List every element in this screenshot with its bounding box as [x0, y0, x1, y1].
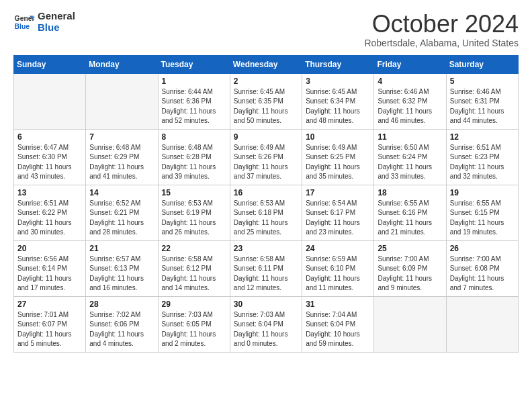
calendar-week-2: 6Sunrise: 6:47 AM Sunset: 6:30 PM Daylig… — [14, 129, 519, 185]
day-info: Sunrise: 6:53 AM Sunset: 6:18 PM Dayligh… — [234, 199, 298, 238]
calendar-cell: 16Sunrise: 6:53 AM Sunset: 6:18 PM Dayli… — [230, 185, 302, 240]
day-info: Sunrise: 6:45 AM Sunset: 6:34 PM Dayligh… — [306, 87, 370, 126]
day-info: Sunrise: 6:58 AM Sunset: 6:11 PM Dayligh… — [234, 255, 298, 293]
calendar-cell — [86, 73, 158, 129]
calendar-cell: 18Sunrise: 6:55 AM Sunset: 6:16 PM Dayli… — [374, 185, 446, 240]
day-number: 21 — [89, 244, 154, 253]
day-number: 27 — [17, 300, 82, 309]
calendar-cell — [14, 73, 86, 129]
calendar-cell: 24Sunrise: 6:59 AM Sunset: 6:10 PM Dayli… — [302, 240, 374, 296]
calendar-cell: 12Sunrise: 6:51 AM Sunset: 6:23 PM Dayli… — [446, 129, 518, 185]
day-number: 25 — [378, 244, 442, 253]
day-info: Sunrise: 6:57 AM Sunset: 6:13 PM Dayligh… — [89, 255, 154, 293]
day-info: Sunrise: 6:49 AM Sunset: 6:26 PM Dayligh… — [234, 143, 298, 182]
day-info: Sunrise: 6:47 AM Sunset: 6:30 PM Dayligh… — [17, 143, 82, 182]
calendar-cell: 11Sunrise: 6:50 AM Sunset: 6:24 PM Dayli… — [374, 129, 446, 185]
calendar-cell: 15Sunrise: 6:53 AM Sunset: 6:19 PM Dayli… — [158, 185, 230, 240]
location-title: Robertsdale, Alabama, United States — [364, 38, 519, 48]
logo-icon: General Blue — [13, 11, 35, 33]
calendar-week-1: 1Sunrise: 6:44 AM Sunset: 6:36 PM Daylig… — [14, 73, 519, 129]
calendar-cell: 1Sunrise: 6:44 AM Sunset: 6:36 PM Daylig… — [158, 73, 230, 129]
day-number: 17 — [306, 188, 370, 197]
weekday-header-sunday: Sunday — [14, 55, 86, 73]
day-info: Sunrise: 7:00 AM Sunset: 6:09 PM Dayligh… — [378, 255, 442, 293]
logo: General Blue General Blue — [13, 11, 75, 33]
day-number: 24 — [306, 244, 370, 253]
weekday-header-tuesday: Tuesday — [158, 55, 230, 73]
calendar-body: 1Sunrise: 6:44 AM Sunset: 6:36 PM Daylig… — [14, 73, 519, 352]
day-info: Sunrise: 6:54 AM Sunset: 6:17 PM Dayligh… — [306, 199, 370, 238]
day-info: Sunrise: 6:50 AM Sunset: 6:24 PM Dayligh… — [378, 143, 442, 182]
calendar-cell: 19Sunrise: 6:55 AM Sunset: 6:15 PM Dayli… — [446, 185, 518, 240]
calendar-cell — [374, 296, 446, 352]
day-number: 6 — [17, 132, 82, 142]
day-number: 9 — [234, 132, 298, 142]
day-number: 26 — [450, 244, 515, 253]
day-info: Sunrise: 6:44 AM Sunset: 6:36 PM Dayligh… — [162, 87, 226, 126]
calendar-cell: 5Sunrise: 6:46 AM Sunset: 6:31 PM Daylig… — [446, 73, 518, 129]
day-info: Sunrise: 7:03 AM Sunset: 6:05 PM Dayligh… — [162, 310, 226, 349]
day-info: Sunrise: 7:03 AM Sunset: 6:04 PM Dayligh… — [234, 310, 298, 349]
day-info: Sunrise: 6:46 AM Sunset: 6:32 PM Dayligh… — [378, 87, 442, 126]
calendar-week-4: 20Sunrise: 6:56 AM Sunset: 6:14 PM Dayli… — [14, 240, 519, 296]
day-number: 1 — [162, 77, 226, 86]
calendar-cell: 28Sunrise: 7:02 AM Sunset: 6:06 PM Dayli… — [86, 296, 158, 352]
day-number: 15 — [162, 188, 226, 197]
calendar-cell: 14Sunrise: 6:52 AM Sunset: 6:21 PM Dayli… — [86, 185, 158, 240]
day-info: Sunrise: 6:55 AM Sunset: 6:15 PM Dayligh… — [450, 199, 515, 238]
calendar-week-3: 13Sunrise: 6:51 AM Sunset: 6:22 PM Dayli… — [14, 185, 519, 240]
calendar-cell: 3Sunrise: 6:45 AM Sunset: 6:34 PM Daylig… — [302, 73, 374, 129]
calendar-cell: 13Sunrise: 6:51 AM Sunset: 6:22 PM Dayli… — [14, 185, 86, 240]
calendar-cell: 6Sunrise: 6:47 AM Sunset: 6:30 PM Daylig… — [14, 129, 86, 185]
calendar-cell — [446, 296, 518, 352]
day-number: 4 — [378, 77, 442, 86]
calendar-cell: 4Sunrise: 6:46 AM Sunset: 6:32 PM Daylig… — [374, 73, 446, 129]
day-info: Sunrise: 6:56 AM Sunset: 6:14 PM Dayligh… — [17, 255, 82, 293]
day-info: Sunrise: 7:04 AM Sunset: 6:04 PM Dayligh… — [306, 310, 370, 349]
month-title: October 2024 — [364, 11, 519, 38]
day-number: 12 — [450, 132, 515, 142]
day-number: 14 — [89, 188, 154, 197]
day-info: Sunrise: 6:45 AM Sunset: 6:35 PM Dayligh… — [234, 87, 298, 126]
calendar-cell: 8Sunrise: 6:48 AM Sunset: 6:28 PM Daylig… — [158, 129, 230, 185]
svg-text:Blue: Blue — [15, 22, 30, 30]
weekday-header-saturday: Saturday — [446, 55, 518, 73]
day-number: 3 — [306, 77, 370, 86]
calendar-cell: 9Sunrise: 6:49 AM Sunset: 6:26 PM Daylig… — [230, 129, 302, 185]
day-number: 2 — [234, 77, 298, 86]
calendar-cell: 21Sunrise: 6:57 AM Sunset: 6:13 PM Dayli… — [86, 240, 158, 296]
weekday-header-friday: Friday — [374, 55, 446, 73]
day-number: 11 — [378, 132, 442, 142]
weekday-header-thursday: Thursday — [302, 55, 374, 73]
day-number: 20 — [17, 244, 82, 253]
calendar-cell: 31Sunrise: 7:04 AM Sunset: 6:04 PM Dayli… — [302, 296, 374, 352]
calendar-cell: 30Sunrise: 7:03 AM Sunset: 6:04 PM Dayli… — [230, 296, 302, 352]
day-number: 19 — [450, 188, 515, 197]
weekday-header-wednesday: Wednesday — [230, 55, 302, 73]
day-number: 23 — [234, 244, 298, 253]
day-number: 8 — [162, 132, 226, 142]
day-info: Sunrise: 6:46 AM Sunset: 6:31 PM Dayligh… — [450, 87, 515, 126]
header: General Blue General Blue October 2024 R… — [13, 11, 519, 48]
calendar-header-row: SundayMondayTuesdayWednesdayThursdayFrid… — [14, 55, 519, 73]
day-info: Sunrise: 6:58 AM Sunset: 6:12 PM Dayligh… — [162, 255, 226, 293]
day-info: Sunrise: 6:59 AM Sunset: 6:10 PM Dayligh… — [306, 255, 370, 293]
day-info: Sunrise: 6:52 AM Sunset: 6:21 PM Dayligh… — [89, 199, 154, 238]
calendar-cell: 29Sunrise: 7:03 AM Sunset: 6:05 PM Dayli… — [158, 296, 230, 352]
day-number: 28 — [89, 300, 154, 309]
day-number: 18 — [378, 188, 442, 197]
weekday-header-monday: Monday — [86, 55, 158, 73]
calendar-cell: 27Sunrise: 7:01 AM Sunset: 6:07 PM Dayli… — [14, 296, 86, 352]
day-number: 30 — [234, 300, 298, 309]
day-number: 13 — [17, 188, 82, 197]
day-number: 7 — [89, 132, 154, 142]
day-number: 5 — [450, 77, 515, 86]
calendar-cell: 25Sunrise: 7:00 AM Sunset: 6:09 PM Dayli… — [374, 240, 446, 296]
day-info: Sunrise: 7:02 AM Sunset: 6:06 PM Dayligh… — [89, 310, 154, 349]
day-info: Sunrise: 6:51 AM Sunset: 6:22 PM Dayligh… — [17, 199, 82, 238]
calendar-cell: 20Sunrise: 6:56 AM Sunset: 6:14 PM Dayli… — [14, 240, 86, 296]
day-number: 16 — [234, 188, 298, 197]
day-info: Sunrise: 6:48 AM Sunset: 6:28 PM Dayligh… — [162, 143, 226, 182]
day-info: Sunrise: 6:49 AM Sunset: 6:25 PM Dayligh… — [306, 143, 370, 182]
day-info: Sunrise: 6:51 AM Sunset: 6:23 PM Dayligh… — [450, 143, 515, 182]
